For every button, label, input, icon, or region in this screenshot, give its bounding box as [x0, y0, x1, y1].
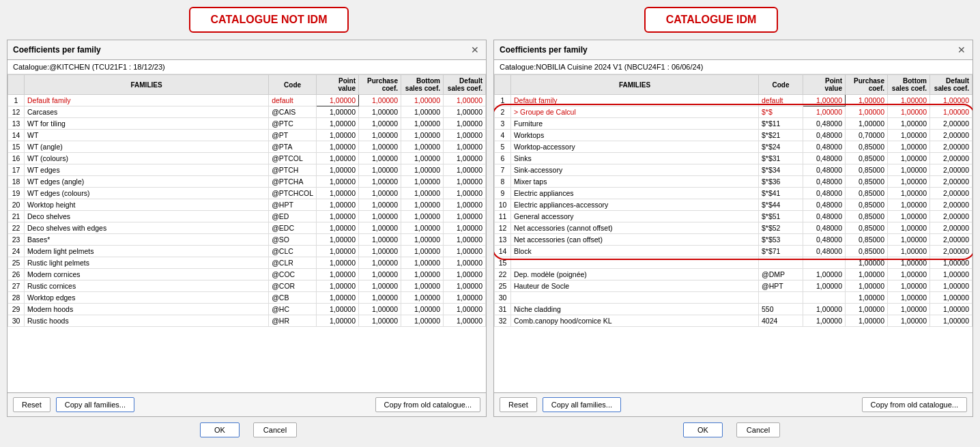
right-cancel-button[interactable]: Cancel [736, 422, 780, 437]
row-code: $*$36 [759, 176, 803, 188]
table-row[interactable]: 12 Carcases @CAIS 1,00000 1,00000 1,0000… [8, 106, 486, 118]
row-point: 1,00000 [317, 141, 359, 153]
left-table-container[interactable]: FAMILIES Code Point value Purchase coef.… [8, 74, 486, 392]
table-row[interactable]: 2 > Groupe de Calcul $*$ 1,00000 1,00000… [495, 106, 972, 118]
table-row[interactable]: 25 Hauteur de Socle @HPT 1,00000 1,00000… [495, 280, 972, 292]
table-row[interactable]: 18 WT edges (angle) @PTCHA 1,00000 1,000… [8, 176, 486, 188]
row-code: @HC [269, 304, 317, 315]
left-cancel-button[interactable]: Cancel [253, 422, 297, 437]
row-point: 1,00000 [803, 315, 846, 327]
table-row[interactable]: 30 1,00000 1,00000 1,00000 [495, 292, 972, 304]
table-row[interactable]: 27 Rustic cornices @COR 1,00000 1,00000 … [8, 280, 486, 292]
row-default: 1,00000 [444, 304, 486, 315]
row-code: $*$21 [759, 130, 803, 141]
right-copy-old-button[interactable]: Copy from old catalogue... [862, 397, 967, 412]
left-reset-button[interactable]: Reset [13, 397, 51, 412]
row-point: 1,00000 [803, 304, 846, 315]
row-num: 27 [8, 280, 25, 292]
table-row[interactable]: 5 Worktop-accessory $*$24 0,48000 0,8500… [495, 141, 972, 153]
table-row[interactable]: 12 Net accessories (cannot offset) $*$52… [495, 222, 972, 234]
right-col-purchase: Purchase coef. [846, 75, 888, 95]
table-row[interactable]: 22 Dep. modèle (poignée) @DMP 1,00000 1,… [495, 269, 972, 280]
left-copy-all-button[interactable]: Copy all families... [56, 397, 134, 412]
row-family: Block [511, 246, 759, 257]
table-row[interactable]: 21 Deco shelves @ED 1,00000 1,00000 1,00… [8, 211, 486, 222]
row-code: $*$11 [759, 118, 803, 130]
row-family: Modern hoods [25, 304, 269, 315]
row-point: 1,00000 [317, 164, 359, 176]
table-row[interactable]: 8 Mixer taps $*$36 0,48000 0,85000 1,000… [495, 176, 972, 188]
row-num: 1 [495, 95, 511, 106]
row-point: 0,48000 [803, 141, 846, 153]
table-row[interactable]: 13 Net accessories (can offset) $*$53 0,… [495, 234, 972, 246]
table-row[interactable]: 11 General accessory $*$51 0,48000 0,850… [495, 211, 972, 222]
row-purchase: 1,00000 [359, 141, 401, 153]
right-copy-all-button[interactable]: Copy all families... [543, 397, 621, 412]
row-code: default [759, 95, 803, 106]
row-default: 2,00000 [930, 141, 972, 153]
table-row[interactable]: 31 Niche cladding 550 1,00000 1,00000 1,… [495, 304, 972, 315]
table-row[interactable]: 20 Worktop height @HPT 1,00000 1,00000 1… [8, 199, 486, 211]
row-default: 2,00000 [930, 246, 972, 257]
table-row[interactable]: 32 Comb.canopy hood/cornice KL 4024 1,00… [495, 315, 972, 327]
right-col-code: Code [759, 75, 803, 95]
table-row[interactable]: 19 WT edges (colours) @PTCHCOL 1,00000 1… [8, 188, 486, 199]
row-point: 1,00000 [803, 269, 846, 280]
table-row[interactable]: 28 Worktop edges @CB 1,00000 1,00000 1,0… [8, 292, 486, 304]
table-row[interactable]: 15 WT (angle) @PTA 1,00000 1,00000 1,000… [8, 141, 486, 153]
table-row[interactable]: 16 WT (colours) @PTCOL 1,00000 1,00000 1… [8, 153, 486, 164]
table-row[interactable]: 25 Rustic light pelmets @CLR 1,00000 1,0… [8, 257, 486, 269]
row-code: @HR [269, 315, 317, 327]
table-row[interactable]: 30 Rustic hoods @HR 1,00000 1,00000 1,00… [8, 315, 486, 327]
table-row[interactable]: 1 Default family default 1,00000 1,00000… [8, 95, 486, 106]
left-panel-close-button[interactable]: ✕ [470, 44, 480, 55]
row-point: 1,00000 [317, 292, 359, 304]
table-row[interactable]: 24 Modern light pelmets @CLC 1,00000 1,0… [8, 246, 486, 257]
row-purchase: 0,85000 [846, 141, 888, 153]
table-row[interactable]: 4 Worktops $*$21 0,48000 0,70000 1,00000… [495, 130, 972, 141]
right-table-container[interactable]: FAMILIES Code Point value Purchase coef.… [494, 74, 972, 392]
table-row[interactable]: 3 Furniture $*$11 0,48000 1,00000 1,0000… [495, 118, 972, 130]
table-row[interactable]: 22 Deco shelves with edges @EDC 1,00000 … [8, 222, 486, 234]
table-row[interactable]: 23 Bases* @SO 1,00000 1,00000 1,00000 1,… [8, 234, 486, 246]
row-family: Rustic light pelmets [25, 257, 269, 269]
row-default: 2,00000 [930, 164, 972, 176]
row-default: 1,00000 [930, 315, 972, 327]
row-code: $*$71 [759, 246, 803, 257]
right-panel-close-button[interactable]: ✕ [956, 44, 967, 55]
row-bottom: 1,00000 [888, 188, 930, 199]
right-ok-button[interactable]: OK [683, 422, 723, 437]
row-num: 11 [495, 211, 511, 222]
row-point: 1,00000 [317, 280, 359, 292]
table-row[interactable]: 13 WT for tiling @PTC 1,00000 1,00000 1,… [8, 118, 486, 130]
table-row[interactable]: 7 Sink-accessory $*$34 0,48000 0,85000 1… [495, 164, 972, 176]
row-num: 28 [8, 292, 25, 304]
row-code: $*$44 [759, 199, 803, 211]
table-row[interactable]: 6 Sinks $*$31 0,48000 0,85000 1,00000 2,… [495, 153, 972, 164]
left-ok-button[interactable]: OK [200, 422, 240, 437]
row-point: 1,00000 [317, 304, 359, 315]
row-family: WT edges (angle) [25, 176, 269, 188]
table-row[interactable]: 10 Electric appliances-accessory $*$44 0… [495, 199, 972, 211]
table-row[interactable]: 1 Default family default 1,00000 1,00000… [495, 95, 972, 106]
row-num: 14 [8, 130, 25, 141]
row-purchase: 1,00000 [846, 292, 888, 304]
row-code: 4024 [759, 315, 803, 327]
row-purchase: 0,85000 [846, 211, 888, 222]
row-bottom: 1,00000 [401, 269, 444, 280]
table-row[interactable]: 29 Modern hoods @HC 1,00000 1,00000 1,00… [8, 304, 486, 315]
left-copy-old-button[interactable]: Copy from old catalogue... [375, 397, 480, 412]
row-default: 1,00000 [444, 292, 486, 304]
table-row[interactable]: 26 Modern cornices @COC 1,00000 1,00000 … [8, 269, 486, 280]
table-row[interactable]: 9 Electric appliances $*$41 0,48000 0,85… [495, 188, 972, 199]
table-row[interactable]: 14 Block $*$71 0,48000 0,85000 1,00000 2… [495, 246, 972, 257]
row-family [511, 257, 759, 269]
row-default: 1,00000 [930, 304, 972, 315]
table-row[interactable]: 15 1,00000 1,00000 1,00000 [495, 257, 972, 269]
table-row[interactable]: 17 WT edges @PTCH 1,00000 1,00000 1,0000… [8, 164, 486, 176]
row-point: 1,00000 [317, 246, 359, 257]
row-purchase: 1,00000 [846, 118, 888, 130]
row-family: WT (colours) [25, 153, 269, 164]
right-reset-button[interactable]: Reset [500, 397, 537, 412]
table-row[interactable]: 14 WT @PT 1,00000 1,00000 1,00000 1,0000… [8, 130, 486, 141]
